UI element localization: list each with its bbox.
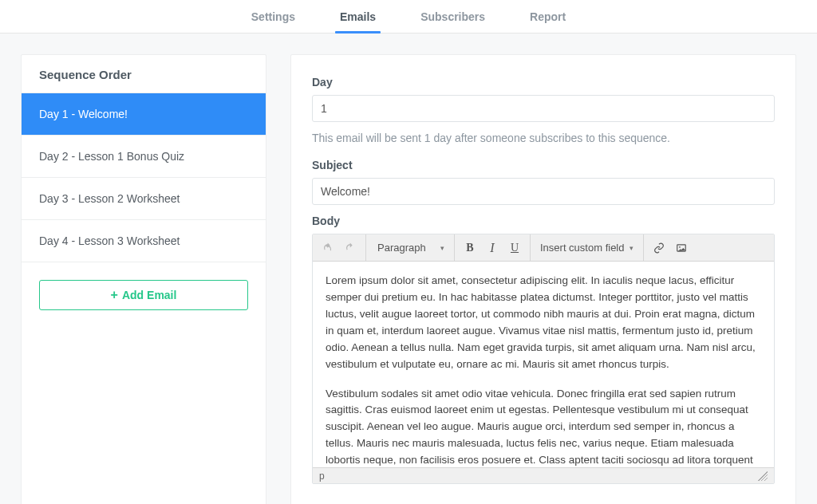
image-icon	[676, 242, 687, 254]
day-help-text: This email will be sent 1 day after some…	[312, 132, 775, 144]
rich-text-editor: Paragraph ▾ B I U Insert custom field ▾	[312, 234, 775, 484]
resize-handle[interactable]	[758, 471, 768, 481]
editor-statusbar: p	[313, 467, 774, 483]
tab-settings[interactable]: Settings	[245, 0, 302, 33]
content-area: Sequence Order Day 1 - Welcome! Day 2 - …	[0, 33, 817, 504]
editor-toolbar: Paragraph ▾ B I U Insert custom field ▾	[313, 234, 774, 262]
tab-emails[interactable]: Emails	[334, 0, 382, 33]
format-select[interactable]: Paragraph ▾	[371, 242, 449, 254]
statusbar-path: p	[319, 471, 325, 482]
sequence-item[interactable]: Day 3 - Lesson 2 Worksheet	[22, 178, 266, 220]
svg-point-1	[679, 246, 681, 247]
insert-custom-field-label: Insert custom field	[540, 242, 625, 254]
body-paragraph: Vestibulum sodales sit amet odio vitae v…	[326, 386, 761, 467]
sequence-sidebar: Sequence Order Day 1 - Welcome! Day 2 - …	[21, 54, 266, 504]
subject-input[interactable]	[312, 178, 775, 205]
format-select-label: Paragraph	[377, 242, 426, 254]
link-icon	[653, 242, 665, 254]
top-nav: Settings Emails Subscribers Report	[0, 0, 817, 33]
subject-label: Subject	[312, 159, 775, 171]
bold-button[interactable]: B	[460, 238, 480, 258]
tab-report[interactable]: Report	[523, 0, 572, 33]
insert-custom-field-dropdown[interactable]: Insert custom field ▾	[535, 242, 638, 254]
undo-button[interactable]	[318, 238, 338, 258]
sequence-header: Sequence Order	[22, 55, 266, 93]
plus-icon: +	[111, 289, 118, 301]
redo-icon	[345, 242, 356, 254]
redo-button[interactable]	[340, 238, 361, 258]
body-label: Body	[312, 215, 775, 227]
sequence-item[interactable]: Day 4 - Lesson 3 Worksheet	[22, 220, 266, 262]
add-email-button[interactable]: + Add Email	[39, 280, 248, 310]
chevron-down-icon: ▾	[440, 244, 444, 252]
italic-button[interactable]: I	[482, 238, 503, 258]
editor-content-area[interactable]: Lorem ipsum dolor sit amet, consectetur …	[313, 262, 774, 467]
day-input[interactable]	[312, 95, 775, 122]
sequence-item[interactable]: Day 2 - Lesson 1 Bonus Quiz	[22, 136, 266, 178]
day-label: Day	[312, 76, 775, 89]
underline-button[interactable]: U	[504, 238, 525, 258]
sidebar-footer: + Add Email	[22, 262, 266, 328]
sequence-item[interactable]: Day 1 - Welcome!	[22, 93, 266, 136]
add-email-label: Add Email	[122, 289, 176, 301]
insert-link-button[interactable]	[649, 238, 669, 258]
tab-subscribers[interactable]: Subscribers	[414, 0, 491, 33]
email-editor-panel: Day This email will be sent 1 day after …	[290, 54, 796, 504]
body-paragraph: Lorem ipsum dolor sit amet, consectetur …	[326, 273, 761, 373]
insert-image-button[interactable]	[671, 238, 692, 258]
chevron-down-icon: ▾	[630, 244, 633, 252]
undo-icon	[322, 242, 334, 254]
